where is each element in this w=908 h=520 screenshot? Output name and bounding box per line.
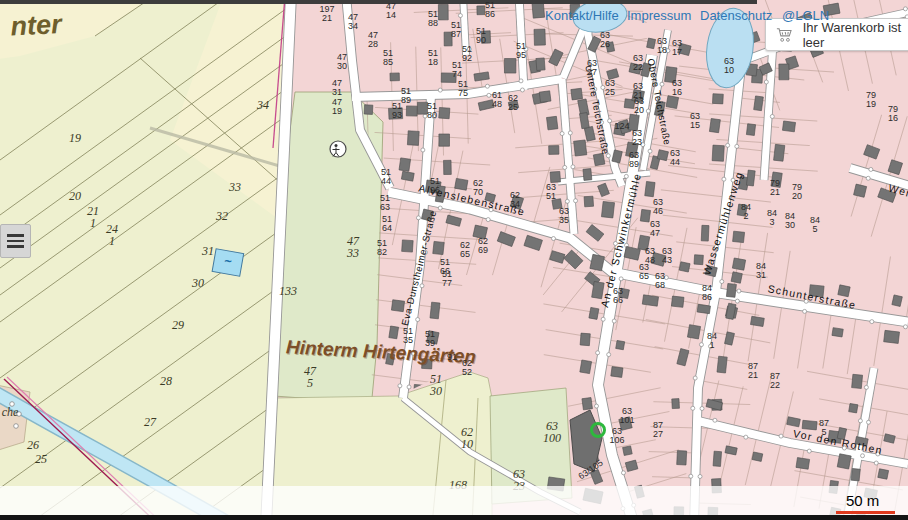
viewport-bottom-edge [0,515,908,520]
footer-link-kontakt-hilfe[interactable]: Kontakt/Hilfe [545,8,619,23]
playground-icon [330,141,346,157]
map-canvas[interactable] [0,0,908,520]
water-parcel [212,249,244,277]
footer-bar [0,486,908,515]
footer-link-datenschutz[interactable]: Datenschutz [700,8,772,23]
cart-status-text: Ihr Warenkorb ist leer [803,20,908,50]
map-edge-strip [0,0,757,4]
hamburger-icon [7,234,24,237]
cart-icon [776,26,794,44]
footer-link-lgln[interactable]: @LGLN [782,8,829,23]
scale-bar [836,511,895,514]
scale-label: 50 m [846,492,879,509]
footer-link-impressum[interactable]: Impressum [627,8,691,23]
menu-button[interactable] [0,224,31,258]
geoportal-app: Hinterm Hirtengärtennter~Alvenslebenstra… [0,0,908,520]
